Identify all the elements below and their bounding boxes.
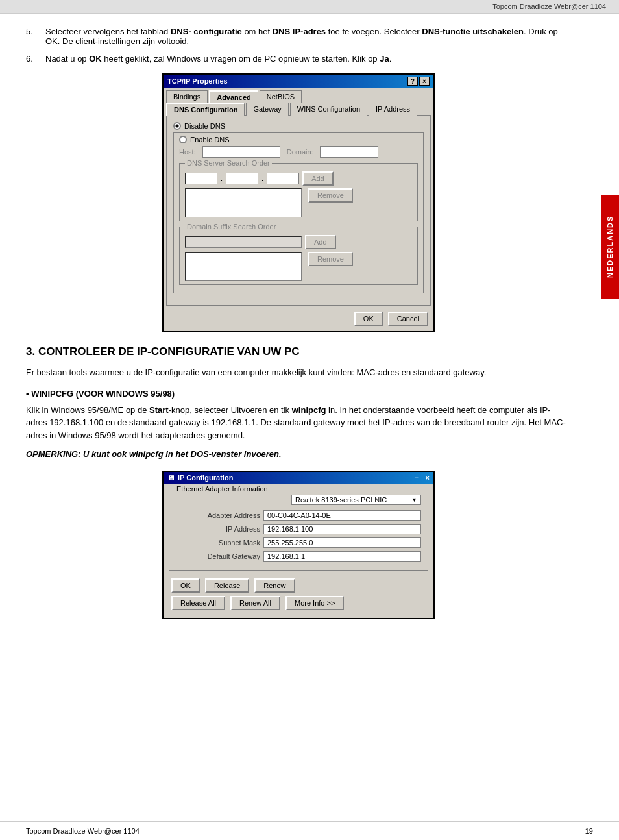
- dns-ip1[interactable]: [185, 173, 217, 184]
- step-5-text2: om het: [242, 27, 273, 36]
- disable-dns-radio[interactable]: [173, 122, 181, 130]
- ip-dialog-title: IP Configuration: [178, 474, 233, 482]
- domain-suffix-list[interactable]: [185, 252, 302, 281]
- step-5-number: 5.: [26, 27, 39, 46]
- adapter-dropdown-row: Realtek 8139-series PCI NIC ▼: [176, 495, 421, 505]
- enable-dns-box: Enable DNS Host: Domain: DNS Server Sear…: [173, 132, 424, 293]
- step-6: 6. Nadat u op OK heeft geklikt, zal Wind…: [26, 54, 571, 64]
- enable-dns-option[interactable]: Enable DNS: [179, 136, 418, 143]
- winipcfg-note-text: OPMERKING: U kunt ook winipcfg in het DO…: [26, 449, 282, 459]
- ip-ok-button[interactable]: OK: [171, 578, 200, 593]
- ip-renew-all-button[interactable]: Renew All: [230, 596, 280, 610]
- ip-buttons-row1: OK Release Renew: [171, 578, 426, 593]
- domain-input[interactable]: [320, 146, 378, 158]
- subnet-value: 255.255.255.0: [263, 537, 421, 548]
- host-label: Host:: [179, 148, 196, 156]
- ip-more-info-button[interactable]: More Info >>: [285, 596, 344, 610]
- dns-remove-button[interactable]: Remove: [308, 188, 353, 203]
- dns-add-button[interactable]: Add: [302, 171, 334, 186]
- tcp-title-buttons: ? ×: [407, 77, 430, 86]
- tab-dns-config[interactable]: DNS Configuration: [166, 103, 245, 116]
- domain-label: Domain:: [287, 148, 313, 156]
- disable-dns-option[interactable]: Disable DNS: [173, 122, 424, 130]
- domain-suffix-label: Domain Suffix Search Order: [185, 223, 278, 230]
- tcp-tab-container: Bindings Advanced NetBIOS DNS Configurat…: [164, 88, 433, 306]
- winipcfg-text1: Klik in Windows 95/98/ME op de: [26, 405, 149, 415]
- tcp-dialog: TCP/IP Properties ? × Bindings Advanced …: [162, 73, 435, 332]
- enable-dns-label: Enable DNS: [190, 136, 230, 143]
- tcp-dialog-titlebar: TCP/IP Properties ? ×: [164, 75, 433, 88]
- winipcfg-desc: Klik in Windows 95/98/ME op de Start-kno…: [26, 404, 571, 442]
- subnet-label: Subnet Mask: [176, 539, 260, 547]
- tab-wins-config[interactable]: WINS Configuration: [290, 103, 367, 116]
- adapter-dropdown[interactable]: Realtek 8139-series PCI NIC ▼: [291, 495, 421, 505]
- step-5-bold2: DNS IP-adres: [273, 27, 326, 36]
- header-bar: Topcom Draadloze Webr@cer 1104: [0, 0, 619, 14]
- header-title: Topcom Draadloze Webr@cer 1104: [492, 3, 606, 10]
- ip-max-button[interactable]: □: [420, 474, 424, 482]
- tab-ip-address[interactable]: IP Address: [369, 103, 417, 116]
- enable-dns-radio[interactable]: [179, 136, 187, 143]
- ip-release-button[interactable]: Release: [205, 578, 249, 593]
- tab-bindings[interactable]: Bindings: [166, 90, 208, 103]
- domain-suffix-input[interactable]: [185, 236, 302, 248]
- dns-server-label: DNS Server Search Order: [185, 159, 272, 167]
- tab-gateway[interactable]: Gateway: [246, 103, 288, 116]
- ip-title-left: 🖥 IP Configuration: [167, 474, 233, 482]
- tcp-ok-button[interactable]: OK: [354, 312, 383, 326]
- tcp-close-button[interactable]: ×: [419, 77, 430, 86]
- gateway-row: Default Gateway 192.168.1.1: [176, 551, 421, 562]
- tcp-cancel-button[interactable]: Cancel: [388, 312, 428, 326]
- adapter-address-row: Adapter Address 00-C0-4C-A0-14-0E: [176, 510, 421, 521]
- adapter-name: Realtek 8139-series PCI NIC: [295, 496, 387, 504]
- step-6-text2: heeft geklikt, zal Windows u vragen om d…: [102, 54, 380, 64]
- subnet-row: Subnet Mask 255.255.255.0: [176, 537, 421, 548]
- domain-suffix-add-button[interactable]: Add: [305, 235, 336, 249]
- tcp-tab-content: Disable DNS Enable DNS Host: Domain:: [166, 115, 431, 306]
- step-5-bold1: DNS- configuratie: [171, 27, 242, 36]
- ip-adapter-section: Ethernet Adapter Information Realtek 813…: [169, 489, 428, 571]
- dropdown-arrow: ▼: [411, 497, 417, 503]
- tab-advanced[interactable]: Advanced: [209, 90, 258, 103]
- gateway-label: Default Gateway: [176, 552, 260, 560]
- host-domain-group: Host: Domain:: [179, 146, 418, 158]
- footer: Topcom Draadloze Webr@cer 1104 19: [0, 821, 619, 840]
- domain-suffix-remove-button[interactable]: Remove: [308, 252, 353, 266]
- dns-server-list[interactable]: [185, 188, 302, 217]
- winipcfg-note: OPMERKING: U kunt ook winipcfg in het DO…: [26, 448, 571, 461]
- disable-dns-label: Disable DNS: [184, 122, 225, 130]
- dns-server-section: DNS Server Search Order . . Add: [179, 163, 418, 221]
- main-content: 5. Selecteer vervolgens het tabblad DNS-…: [0, 14, 597, 642]
- ip-close-button[interactable]: ×: [426, 474, 430, 482]
- dns-server-input-row: . . Add: [185, 171, 412, 186]
- adapter-value: 00-C0-4C-A0-14-0E: [263, 510, 421, 521]
- domain-suffix-section: Domain Suffix Search Order Add Remove: [179, 227, 418, 285]
- domain-suffix-list-area: Remove: [185, 252, 412, 281]
- ip-addr-value: 192.168.1.100: [263, 524, 421, 534]
- adapter-label: Adapter Address: [176, 512, 260, 519]
- step-5-text1: Selecteer vervolgens het tabblad: [45, 27, 171, 36]
- step-6-bold2: Ja: [380, 54, 389, 64]
- ip-renew-button[interactable]: Renew: [254, 578, 295, 593]
- winipcfg-text2: -knop, selecteer Uitvoeren en tik: [169, 405, 292, 415]
- gateway-value: 192.168.1.1: [263, 551, 421, 562]
- tcp-dialog-buttons: OK Cancel: [164, 306, 433, 331]
- step-5-text3: toe te voegen. Selecteer: [326, 27, 422, 36]
- ip-section-label: Ethernet Adapter Information: [175, 485, 270, 493]
- tcp-help-button[interactable]: ?: [407, 77, 418, 86]
- ip-min-button[interactable]: −: [414, 474, 418, 482]
- dns-dot1: .: [221, 175, 223, 182]
- host-input[interactable]: [202, 146, 280, 158]
- tcp-tab-row1: Bindings Advanced NetBIOS: [166, 90, 431, 103]
- step-6-number: 6.: [26, 54, 39, 64]
- step-5: 5. Selecteer vervolgens het tabblad DNS-…: [26, 27, 571, 46]
- ip-release-all-button[interactable]: Release All: [171, 596, 225, 610]
- dns-ip2[interactable]: [226, 173, 258, 184]
- tab-netbios[interactable]: NetBIOS: [260, 90, 302, 103]
- dns-ip3[interactable]: [267, 173, 299, 184]
- ip-address-row: IP Address 192.168.1.100: [176, 524, 421, 534]
- ip-title-buttons: − □ ×: [414, 474, 430, 482]
- step-6-bold1: OK: [89, 54, 102, 64]
- winipcfg-title: • WINIPCFG (VOOR WINDOWS 95/98): [26, 389, 571, 399]
- ip-dialog-titlebar: 🖥 IP Configuration − □ ×: [164, 472, 433, 484]
